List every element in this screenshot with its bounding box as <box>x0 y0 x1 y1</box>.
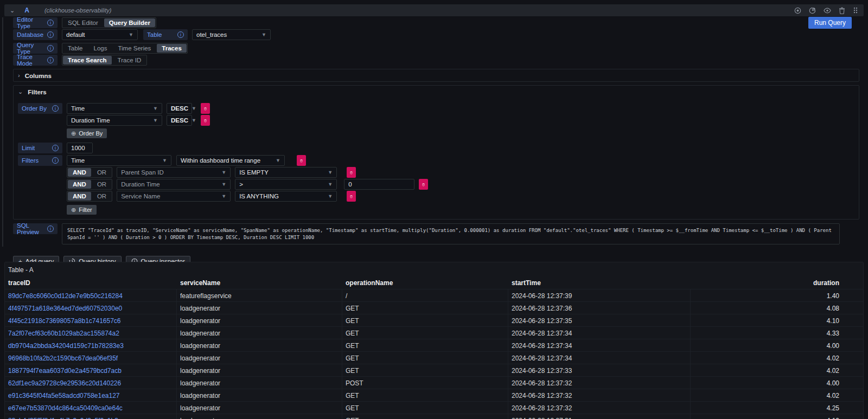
database-label: Databasei <box>13 29 58 40</box>
eye-icon[interactable] <box>824 7 831 14</box>
query-ref-id: A <box>24 7 29 14</box>
info-icon[interactable]: i <box>47 31 54 38</box>
columns-section-header[interactable]: › Columns <box>18 72 854 79</box>
bool-and-option[interactable]: AND <box>68 168 91 177</box>
editor-type-sql-editor[interactable]: SQL Editor <box>62 18 104 28</box>
order-by-field-select[interactable]: Duration Time▼ <box>67 115 162 126</box>
chevron-down-icon: ▼ <box>192 106 196 111</box>
database-select[interactable]: default▼ <box>62 29 138 40</box>
info-icon[interactable]: i <box>177 31 184 38</box>
cell-starttime: 2024-06-28 12:37:35 <box>508 314 691 326</box>
cell-operationname: GET <box>342 339 508 351</box>
bool-or-option[interactable]: OR <box>92 179 112 189</box>
column-header-duration[interactable]: duration <box>691 276 863 289</box>
cell-starttime: 2024-06-28 12:37:33 <box>508 364 691 376</box>
chevron-down-icon: ▼ <box>153 118 158 123</box>
pie-chart-icon[interactable] <box>809 7 816 14</box>
remove-filter-button[interactable] <box>347 191 356 202</box>
filter-operator-select[interactable]: IS EMPTY▼ <box>235 167 337 178</box>
info-icon[interactable]: i <box>47 20 54 26</box>
record-circle-icon[interactable] <box>794 7 801 14</box>
bool-and-option[interactable]: AND <box>68 180 91 189</box>
info-icon[interactable]: i <box>52 145 59 151</box>
limit-input[interactable] <box>67 143 93 153</box>
filter-field-select[interactable]: Parent Span ID▼ <box>117 167 231 178</box>
remove-filter-button[interactable] <box>297 155 306 166</box>
info-icon[interactable]: i <box>47 45 54 51</box>
query-type-label: Query Typei <box>13 43 58 54</box>
info-icon[interactable]: i <box>52 157 59 164</box>
filters-section-header[interactable]: ⌄ Filters <box>18 88 854 95</box>
sql-preview-label: SQL Previewi <box>13 223 58 234</box>
trace-mode-label: Trace Modei <box>13 55 58 66</box>
filter-field-select[interactable]: Duration Time▼ <box>117 179 231 190</box>
trace-link[interactable]: 89dc7e8c6060c0d12de7e9b50c216284 <box>8 292 123 300</box>
table-row: db9704a2bbda34204d159c71b78283e3loadgene… <box>5 339 863 351</box>
info-icon[interactable]: i <box>47 57 54 63</box>
filter-operator-select[interactable]: Within dashboard time range▼ <box>176 155 285 166</box>
bool-or-option[interactable]: OR <box>92 167 112 177</box>
bool-and-option[interactable]: AND <box>68 192 91 201</box>
cell-starttime: 2024-06-28 12:37:34 <box>508 326 691 339</box>
column-header-traceid[interactable]: traceID <box>5 276 177 289</box>
cell-starttime: 2024-06-28 12:37:32 <box>508 376 691 389</box>
editor-type-query-builder[interactable]: Query Builder <box>104 18 155 27</box>
cell-servicename: loadgenerator <box>177 401 342 414</box>
remove-filter-button[interactable] <box>347 167 356 178</box>
query-type-traces[interactable]: Traces <box>157 44 186 53</box>
filter-operator-select[interactable]: IS ANYTHING▼ <box>235 191 337 202</box>
query-type-table[interactable]: Table <box>62 43 88 53</box>
chevron-down-icon: ▼ <box>261 32 266 37</box>
info-icon[interactable]: i <box>47 225 54 232</box>
query-row-header[interactable]: ⌄ A (clickhouse-observability) <box>4 4 864 16</box>
trace-link[interactable]: 4f45c21918c73698057a8b1c741657c6 <box>8 317 121 325</box>
bool-operator-group: AND OR <box>67 179 112 190</box>
panel-title[interactable]: Table - A <box>5 262 863 276</box>
trace-link[interactable]: 96968b10fa2b2c1590bc67dea06ef35f <box>8 354 118 362</box>
chevron-down-icon: ▼ <box>328 170 333 175</box>
info-icon[interactable]: i <box>52 105 59 112</box>
trace-link[interactable]: 83ab4d35f5f2d1e4b7c9a0d2e5f6a1b3 <box>8 417 118 419</box>
cell-traceid: db9704a2bbda34204d159c71b78283e3 <box>5 339 177 351</box>
filter-field-select[interactable]: Time▼ <box>67 155 171 166</box>
chevron-down-icon: ▼ <box>221 182 226 187</box>
order-by-field-select[interactable]: Time▼ <box>67 103 162 114</box>
remove-order-by-button[interactable] <box>201 115 210 126</box>
trace-link[interactable]: 1887794f7eaa6037d0e2a4579bcd7acb <box>8 367 122 375</box>
order-by-direction-select[interactable]: DESC▼ <box>167 115 192 126</box>
query-type-logs[interactable]: Logs <box>88 43 113 53</box>
trace-mode-trace-id[interactable]: Trace ID <box>112 55 147 65</box>
column-header-servicename[interactable]: serviceName <box>177 276 342 289</box>
filter-value-input[interactable] <box>344 179 414 190</box>
trace-link[interactable]: e91c3645f04fa5e58adcd0758e1ea127 <box>8 392 120 399</box>
plus-circle-icon: ⊕ <box>71 130 76 137</box>
add-order-by-button[interactable]: ⊕Order By <box>67 128 107 138</box>
remove-order-by-button[interactable] <box>201 103 210 114</box>
remove-filter-button[interactable] <box>419 179 428 190</box>
trace-link[interactable]: 7a2f07ecf63c60b1029ab2ac155874a2 <box>8 330 119 337</box>
table-row: 62df1ec9a29728c9e29536c20d140226loadgene… <box>5 376 863 389</box>
table-row: 83ab4d35f5f2d1e4b7c9a0d2e5f6a1b3loadgene… <box>5 414 863 419</box>
trace-mode-trace-search[interactable]: Trace Search <box>63 56 112 65</box>
trash-icon[interactable] <box>839 7 845 14</box>
bool-or-option[interactable]: OR <box>92 191 112 201</box>
column-header-starttime[interactable]: startTime <box>508 276 691 289</box>
column-header-operationname[interactable]: operationName <box>342 276 508 289</box>
filter-operator-select[interactable]: >▼ <box>235 179 337 190</box>
trace-link[interactable]: 62df1ec9a29728c9e29536c20d140226 <box>8 379 121 387</box>
sql-preview-text: SELECT "TraceId" as traceID, "ServiceNam… <box>62 223 840 244</box>
query-type-time-series[interactable]: Time Series <box>112 43 156 53</box>
filter-field-select[interactable]: Service Name▼ <box>117 191 231 202</box>
table-row: 4f45c21918c73698057a8b1c741657c6loadgene… <box>5 314 863 326</box>
table-row: 7a2f07ecf63c60b1029ab2ac155874a2loadgene… <box>5 326 863 339</box>
order-by-direction-select[interactable]: DESC▼ <box>167 103 192 114</box>
trace-link[interactable]: db9704a2bbda34204d159c71b78283e3 <box>8 342 124 350</box>
trace-link[interactable]: e67ee7b53870d4c864ca50409ca0e64c <box>8 404 123 412</box>
cell-traceid: 62df1ec9a29728c9e29536c20d140226 <box>5 376 177 389</box>
add-filter-button[interactable]: ⊕Filter <box>67 205 97 215</box>
trace-link[interactable]: 4f497571a618e364ed7ded60752030e0 <box>8 305 122 312</box>
drag-handle-icon[interactable] <box>853 7 858 14</box>
table-select[interactable]: otel_traces▼ <box>192 29 271 40</box>
collapse-chevron-icon[interactable]: ⌄ <box>10 8 15 14</box>
run-query-button[interactable]: Run Query <box>808 17 852 29</box>
